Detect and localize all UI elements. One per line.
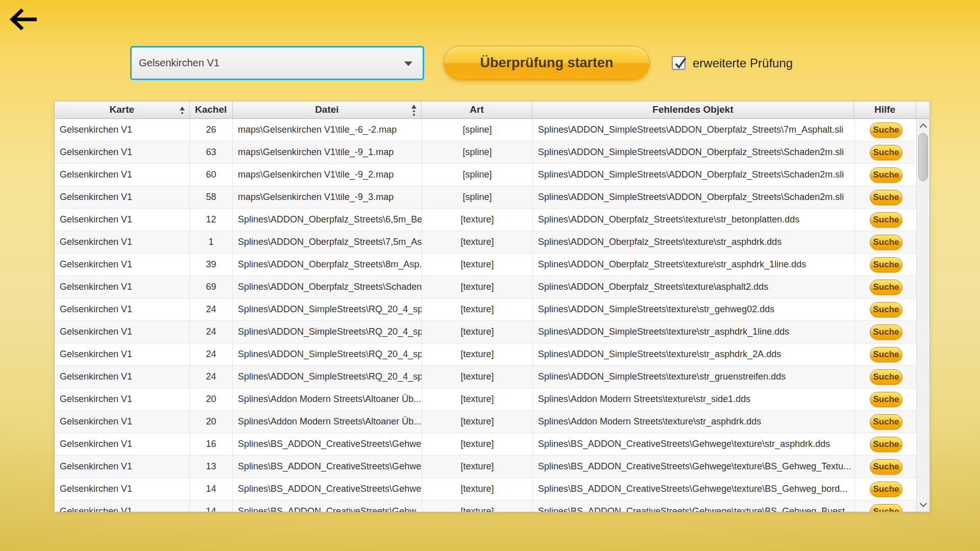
chevron-down-icon [919,500,926,507]
cell-fehlendes-objekt: Splines\ADDON_SimpleStreets\ADDON_Oberpf… [533,164,855,186]
cell-kachel: 12 [190,209,233,231]
cell-fehlendes-objekt: Splines\ADDON_Oberpfalz_Streets\texture\… [533,254,855,276]
extended-check-checkbox[interactable] [672,56,685,70]
cell-art: [texture] [422,500,533,512]
suche-button[interactable]: Suche [870,482,902,497]
cell-art: [texture] [422,343,533,366]
table-row: Gelsenkirchen V1 16 Splines\BS_ADDON_Cre… [55,433,917,456]
column-header-datei[interactable]: Datei [233,102,422,119]
cell-karte: Gelsenkirchen V1 [55,186,190,209]
table-row: Gelsenkirchen V1 14 Splines\BS_ADDON_Cre… [55,478,917,500]
map-select[interactable]: Gelsenkirchen V1 [130,46,424,80]
checkmark-icon [674,57,688,71]
back-button[interactable] [7,6,39,33]
table-row: Gelsenkirchen V1 24 Splines\ADDON_Simple… [55,343,917,366]
cell-kachel: 14 [190,478,233,500]
table-row: Gelsenkirchen V1 60 maps\Gelsenkirchen V… [55,164,917,186]
cell-hilfe: Suche [855,119,917,141]
cell-hilfe: Suche [855,433,917,456]
suche-button[interactable]: Suche [870,167,902,183]
suche-button[interactable]: Suche [870,459,902,474]
column-header-filler [916,102,929,119]
cell-art: [texture] [422,276,533,298]
scroll-up-button[interactable] [917,120,929,132]
cell-fehlendes-objekt: Splines\ADDON_Oberpfalz_Streets\texture\… [533,231,855,254]
suche-button[interactable]: Suche [870,122,902,138]
cell-datei: maps\Gelsenkirchen V1\tile_-6_-2.map [233,119,422,141]
cell-art: [texture] [422,456,533,478]
cell-hilfe: Suche [855,321,917,343]
suche-button[interactable]: Suche [870,347,902,362]
cell-datei: Splines\Addon Modern Streets\Altoaner Üb… [233,411,422,433]
suche-button[interactable]: Suche [870,369,902,385]
suche-button[interactable]: Suche [870,235,902,250]
cell-datei: Splines\BS_ADDON_CreativeStreets\Gehwe..… [233,433,422,456]
cell-datei: Splines\ADDON_SimpleStreets\RQ_20_4_sp..… [233,343,422,366]
cell-karte: Gelsenkirchen V1 [55,366,190,388]
cell-datei: maps\Gelsenkirchen V1\tile_-9_3.map [233,186,422,209]
cell-hilfe: Suche [855,209,917,231]
cell-art: [spline] [422,186,533,209]
column-header-hilfe[interactable]: Hilfe [854,102,916,119]
extended-check-label: erweiterte Prüfung [693,56,793,70]
cell-art: [texture] [422,254,533,276]
cell-hilfe: Suche [855,186,917,209]
suche-button[interactable]: Suche [870,504,902,512]
table-row: Gelsenkirchen V1 69 Splines\ADDON_Oberpf… [55,276,917,298]
suche-button[interactable]: Suche [870,437,902,452]
cell-karte: Gelsenkirchen V1 [55,254,190,276]
column-header-label: Karte [110,104,135,115]
suche-button[interactable]: Suche [870,145,902,160]
cell-datei: Splines\ADDON_Oberpfalz_Streets\8m_Asp..… [233,254,422,276]
table-row: Gelsenkirchen V1 63 maps\Gelsenkirchen V… [55,141,917,164]
cell-fehlendes-objekt: Splines\BS_ADDON_CreativeStreets\Gehwege… [533,433,855,456]
column-header-label: Hilfe [874,104,895,115]
cell-art: [spline] [422,141,533,164]
cell-art: [texture] [422,433,533,456]
cell-kachel: 24 [190,366,233,388]
cell-fehlendes-objekt: Splines\Addon Modern Streets\texture\str… [533,388,855,411]
start-check-button[interactable]: Überprüfung starten [444,46,650,80]
sort-asc-secondary-icon [411,105,416,116]
cell-hilfe: Suche [855,388,917,411]
table-header: Karte Kachel Datei Art Fehlendes Objekt … [55,102,929,119]
table-row: Gelsenkirchen V1 14 Splines\BS_ADDON_Cre… [55,500,917,512]
cell-karte: Gelsenkirchen V1 [55,456,190,478]
cell-art: [texture] [422,231,533,254]
cell-fehlendes-objekt: Splines\ADDON_Oberpfalz_Streets\texture\… [533,209,855,231]
column-header-kachel[interactable]: Kachel [190,102,233,119]
cell-art: [spline] [422,164,533,186]
suche-button[interactable]: Suche [870,190,902,205]
column-header-fehlendes-objekt[interactable]: Fehlendes Objekt [532,102,854,119]
column-header-art[interactable]: Art [422,102,532,119]
vertical-scrollbar[interactable] [916,119,929,512]
column-header-karte[interactable]: Karte [55,102,190,119]
table-row: Gelsenkirchen V1 24 Splines\ADDON_Simple… [55,321,917,343]
suche-button[interactable]: Suche [870,302,902,317]
table-row: Gelsenkirchen V1 24 Splines\ADDON_Simple… [55,366,917,388]
cell-hilfe: Suche [855,298,917,321]
cell-hilfe: Suche [855,411,917,433]
suche-button[interactable]: Suche [870,257,902,272]
cell-kachel: 26 [190,119,233,141]
table-row: Gelsenkirchen V1 39 Splines\ADDON_Oberpf… [55,254,917,276]
cell-fehlendes-objekt: Splines\ADDON_SimpleStreets\ADDON_Oberpf… [533,186,855,209]
suche-button[interactable]: Suche [870,212,902,228]
scrollbar-thumb[interactable] [918,133,928,181]
cell-fehlendes-objekt: Splines\ADDON_Oberpfalz_Streets\texture\… [533,276,855,298]
table-row: Gelsenkirchen V1 12 Splines\ADDON_Oberpf… [55,209,917,231]
cell-karte: Gelsenkirchen V1 [55,141,190,164]
suche-button[interactable]: Suche [870,280,902,295]
cell-kachel: 63 [190,141,233,164]
suche-button[interactable]: Suche [870,414,902,430]
cell-datei: Splines\ADDON_Oberpfalz_Streets\7,5m_As.… [233,231,422,254]
table-row: Gelsenkirchen V1 58 maps\Gelsenkirchen V… [55,186,917,209]
cell-hilfe: Suche [855,500,917,512]
scroll-down-button[interactable] [917,498,929,511]
cell-datei: Splines\Addon Modern Streets\Altoaner Üb… [233,388,422,411]
suche-button[interactable]: Suche [870,324,902,340]
cell-kachel: 24 [190,343,233,366]
cell-hilfe: Suche [855,343,917,366]
cell-kachel: 24 [190,321,233,343]
suche-button[interactable]: Suche [870,392,902,407]
